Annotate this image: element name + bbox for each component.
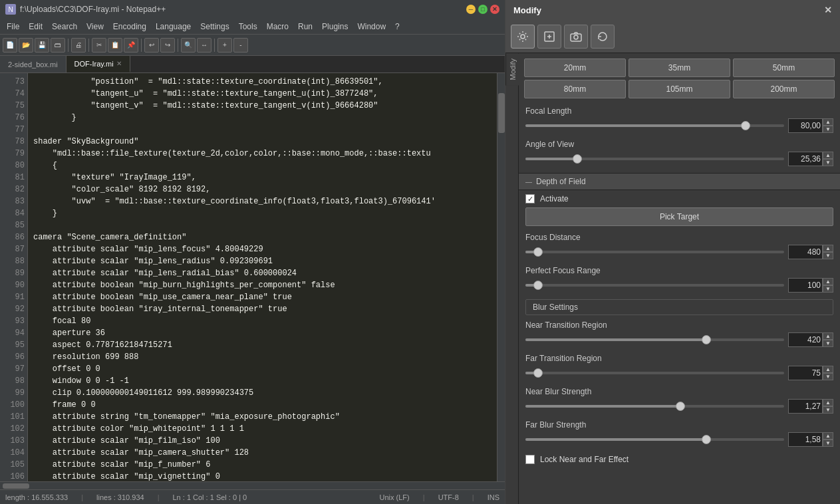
toolbar-save[interactable]: 💾 xyxy=(35,38,49,53)
toolbar-find[interactable]: 🔍 xyxy=(181,38,196,53)
menu-encoding[interactable]: Encoding xyxy=(109,21,150,33)
menu-settings[interactable]: Settings xyxy=(196,21,233,33)
near-transition-thumb[interactable] xyxy=(702,335,711,344)
vertical-scrollbar[interactable] xyxy=(497,73,505,481)
iray-tab-settings[interactable] xyxy=(511,25,535,49)
menu-view[interactable]: View xyxy=(82,21,108,33)
menu-language[interactable]: Language xyxy=(152,21,195,33)
scroll-thumb-v[interactable] xyxy=(498,93,505,133)
toolbar-print[interactable]: 🖨 xyxy=(71,38,86,53)
near-blur-down[interactable]: ▼ xyxy=(823,406,833,414)
menu-window[interactable]: Window xyxy=(353,21,390,33)
tab-2sided[interactable]: 2-sided_box.mi xyxy=(0,56,67,72)
menu-help[interactable]: ? xyxy=(391,21,404,33)
angle-of-view-down[interactable]: ▼ xyxy=(823,159,833,166)
horizontal-scrollbar[interactable] xyxy=(0,481,505,489)
near-transition-input[interactable] xyxy=(788,332,823,347)
far-blur-input[interactable] xyxy=(788,432,823,447)
iray-tab-render[interactable] xyxy=(537,25,561,49)
toolbar-zoom-in[interactable]: + xyxy=(217,38,232,53)
lens-50mm[interactable]: 50mm xyxy=(733,59,835,77)
perfect-focus-down[interactable]: ▼ xyxy=(823,285,833,293)
far-blur-up[interactable]: ▲ xyxy=(823,432,833,440)
far-blur-down[interactable]: ▼ xyxy=(823,440,833,447)
menu-macro[interactable]: Macro xyxy=(263,21,293,33)
far-transition-track[interactable] xyxy=(525,372,784,374)
menu-edit[interactable]: Edit xyxy=(25,21,47,33)
iray-close-button[interactable]: ✕ xyxy=(824,5,832,15)
angle-of-view-track[interactable] xyxy=(525,158,784,160)
far-transition-thumb[interactable] xyxy=(533,368,543,378)
lens-35mm[interactable]: 35mm xyxy=(629,59,730,77)
status-bar: length : 16.555.333 | lines : 310.934 | … xyxy=(0,489,505,504)
toolbar-redo[interactable]: ↪ xyxy=(160,38,175,53)
iray-tab-refresh[interactable] xyxy=(591,25,615,49)
activate-checkbox[interactable] xyxy=(525,194,535,203)
iray-tab-camera[interactable] xyxy=(564,25,588,49)
near-blur-track[interactable] xyxy=(525,405,784,408)
near-transition-down[interactable]: ▼ xyxy=(823,340,833,347)
angle-of-view-thumb[interactable] xyxy=(573,154,582,164)
toolbar-paste[interactable]: 📌 xyxy=(124,38,138,53)
focus-distance-thumb[interactable] xyxy=(533,247,543,257)
near-blur-input[interactable] xyxy=(788,399,823,414)
minimize-button[interactable]: ─ xyxy=(466,5,476,14)
perfect-focus-spinners: ▲ ▼ xyxy=(823,278,833,293)
status-lines: lines : 310.934 xyxy=(96,493,144,501)
toolbar-replace[interactable]: ↔ xyxy=(197,38,211,53)
focal-length-track[interactable] xyxy=(525,124,784,127)
pick-target-button[interactable]: Pick Target xyxy=(525,207,833,226)
far-transition-input[interactable] xyxy=(788,366,823,380)
lens-105mm[interactable]: 105mm xyxy=(629,80,730,98)
focus-distance-input-wrap: ▲ ▼ xyxy=(788,245,833,259)
lock-checkbox[interactable] xyxy=(525,455,535,464)
focal-length-down[interactable]: ▼ xyxy=(823,126,833,133)
focal-length-input[interactable] xyxy=(788,118,823,133)
tab-2sided-label: 2-sided_box.mi xyxy=(8,61,58,68)
menu-tools[interactable]: Tools xyxy=(235,21,261,33)
far-transition-up[interactable]: ▲ xyxy=(823,366,833,373)
tab-dofiray-close[interactable]: ✕ xyxy=(116,60,122,67)
menu-run[interactable]: Run xyxy=(294,21,317,33)
angle-of-view-input[interactable] xyxy=(788,152,823,166)
focus-distance-up[interactable]: ▲ xyxy=(823,245,833,252)
lens-200mm[interactable]: 200mm xyxy=(733,80,835,98)
toolbar-copy[interactable]: 📋 xyxy=(108,38,122,53)
titlebar-controls[interactable]: ─ □ ✕ xyxy=(466,5,499,14)
near-transition-track[interactable] xyxy=(525,338,784,341)
close-button[interactable]: ✕ xyxy=(490,5,499,14)
near-blur-up[interactable]: ▲ xyxy=(823,399,833,406)
code-editor[interactable]: "position" = "mdl::state::texture_coordi… xyxy=(28,73,497,481)
menu-file[interactable]: File xyxy=(3,21,23,33)
lens-80mm[interactable]: 80mm xyxy=(524,80,626,98)
far-transition-down[interactable]: ▼ xyxy=(823,373,833,380)
dof-section-header[interactable]: — Depth of Field xyxy=(519,173,840,190)
tab-dofiray[interactable]: DOF-Iray.mi ✕ xyxy=(67,56,130,72)
perfect-focus-track[interactable] xyxy=(525,284,784,287)
menu-plugins[interactable]: Plugins xyxy=(318,21,352,33)
angle-of-view-up[interactable]: ▲ xyxy=(823,152,833,159)
far-blur-thumb[interactable] xyxy=(702,435,711,444)
far-blur-track[interactable] xyxy=(525,438,784,441)
focal-length-thumb[interactable] xyxy=(741,121,750,130)
toolbar-cut[interactable]: ✂ xyxy=(92,38,106,53)
perfect-focus-input[interactable] xyxy=(788,278,823,293)
focal-length-up[interactable]: ▲ xyxy=(823,118,833,126)
menu-search[interactable]: Search xyxy=(48,21,81,33)
focus-distance-track[interactable] xyxy=(525,251,784,253)
lens-20mm[interactable]: 20mm xyxy=(524,59,626,77)
focus-distance-down[interactable]: ▼ xyxy=(823,252,833,259)
toolbar-save-all[interactable]: 🗃 xyxy=(51,38,65,53)
toolbar-undo[interactable]: ↩ xyxy=(144,38,159,53)
toolbar-zoom-out[interactable]: - xyxy=(233,38,248,53)
perfect-focus-thumb[interactable] xyxy=(533,281,543,290)
near-blur-thumb[interactable] xyxy=(676,402,685,411)
focus-distance-spinners: ▲ ▼ xyxy=(823,245,833,259)
scroll-thumb-h[interactable] xyxy=(3,483,29,489)
toolbar-new[interactable]: 📄 xyxy=(3,38,17,53)
focus-distance-input[interactable] xyxy=(788,245,823,259)
toolbar-open[interactable]: 📂 xyxy=(19,38,33,53)
maximize-button[interactable]: □ xyxy=(478,5,488,14)
perfect-focus-up[interactable]: ▲ xyxy=(823,278,833,285)
near-transition-up[interactable]: ▲ xyxy=(823,332,833,340)
